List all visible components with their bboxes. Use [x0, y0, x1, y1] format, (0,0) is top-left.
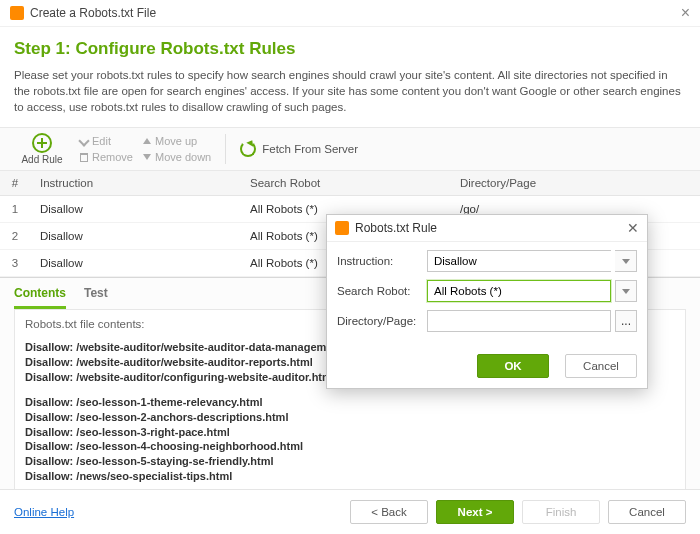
robots-rule-dialog: Robots.txt Rule ✕ Instruction: Search Ro…	[326, 214, 648, 389]
instruction-select[interactable]	[427, 250, 611, 272]
move-up-button[interactable]: Move up	[143, 135, 211, 147]
file-line: Disallow: /seo-lesson-3-right-pace.html	[25, 425, 675, 440]
directory-page-label: Directory/Page:	[337, 315, 427, 327]
add-rule-button[interactable]: Add Rule	[14, 128, 70, 170]
step-title: Step 1: Configure Robots.txt Rules	[14, 39, 686, 59]
instruction-dropdown-button[interactable]	[615, 250, 637, 272]
remove-rule-button[interactable]: Remove	[80, 151, 133, 163]
pencil-icon	[78, 136, 89, 147]
tab-contents[interactable]: Contents	[14, 286, 66, 309]
back-button[interactable]: < Back	[350, 500, 428, 524]
file-line: Disallow: /seo-lesson-5-staying-se-frien…	[25, 454, 675, 469]
ellipsis-icon: ...	[621, 314, 631, 328]
chevron-down-icon	[622, 259, 630, 264]
instruction-label: Instruction:	[337, 255, 427, 267]
file-line: Disallow: /seo-lesson-2-anchors-descript…	[25, 410, 675, 425]
wizard-footer: Online Help < Back Next > Finish Cancel	[0, 489, 700, 534]
window-titlebar: Create a Robots.txt File ×	[0, 0, 700, 27]
window-close-icon[interactable]: ×	[681, 4, 690, 22]
edit-label: Edit	[92, 135, 111, 147]
dialog-cancel-button[interactable]: Cancel	[565, 354, 637, 378]
search-robot-dropdown-button[interactable]	[615, 280, 637, 302]
search-robot-input[interactable]	[427, 280, 611, 302]
search-robot-label: Search Robot:	[337, 285, 427, 297]
move-down-button[interactable]: Move down	[143, 151, 211, 163]
fetch-label: Fetch From Server	[262, 143, 358, 155]
col-dir: Directory/Page	[450, 171, 700, 196]
dialog-close-icon[interactable]: ✕	[627, 220, 639, 236]
arrow-down-icon	[143, 154, 151, 160]
fetch-from-server-button[interactable]: Fetch From Server	[240, 128, 358, 170]
app-icon	[10, 6, 24, 20]
cancel-button[interactable]: Cancel	[608, 500, 686, 524]
directory-page-input[interactable]	[427, 310, 611, 332]
next-button[interactable]: Next >	[436, 500, 514, 524]
browse-button[interactable]: ...	[615, 310, 637, 332]
toolbar-separator	[225, 134, 226, 164]
col-instruction: Instruction	[30, 171, 240, 196]
arrow-up-icon	[143, 138, 151, 144]
moveup-label: Move up	[155, 135, 197, 147]
dialog-ok-button[interactable]: OK	[477, 354, 549, 378]
add-rule-label: Add Rule	[21, 154, 62, 165]
finish-button: Finish	[522, 500, 600, 524]
tab-test[interactable]: Test	[84, 286, 108, 309]
file-line: Disallow: /seo-lesson-4-choosing-neighbo…	[25, 439, 675, 454]
movedown-label: Move down	[155, 151, 211, 163]
file-line: Disallow: /seo-lesson-1-theme-relevancy.…	[25, 395, 675, 410]
window-title: Create a Robots.txt File	[30, 6, 156, 20]
file-line: Disallow: /news/seo-specialist-tips.html	[25, 469, 675, 484]
chevron-down-icon	[622, 289, 630, 294]
step-intro: Please set your robots.txt rules to spec…	[14, 67, 686, 115]
dialog-title: Robots.txt Rule	[355, 221, 437, 235]
refresh-icon	[240, 141, 256, 157]
remove-label: Remove	[92, 151, 133, 163]
col-num: #	[0, 171, 30, 196]
trash-icon	[80, 153, 88, 162]
app-icon	[335, 221, 349, 235]
col-robot: Search Robot	[240, 171, 450, 196]
plus-icon	[32, 133, 52, 153]
online-help-link[interactable]: Online Help	[14, 506, 74, 518]
rules-toolbar: Add Rule Edit Remove Move up Move down	[0, 127, 700, 171]
edit-rule-button[interactable]: Edit	[80, 135, 133, 147]
